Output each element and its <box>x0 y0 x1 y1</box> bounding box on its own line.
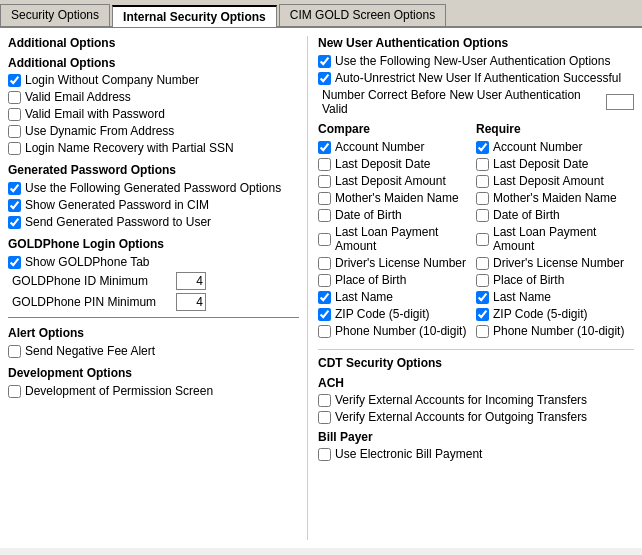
compare-checkbox-label: Phone Number (10-digit) <box>335 324 466 338</box>
checkbox-label: Auto-Unrestrict New User If Authenticati… <box>335 71 621 85</box>
compare-checkbox-label: Account Number <box>335 140 424 154</box>
checkbox-label: Verify External Accounts for Outgoing Tr… <box>335 410 587 424</box>
require-checkbox-row: Account Number <box>476 140 634 154</box>
checkbox-label: Show Generated Password in CIM <box>25 198 209 212</box>
checkbox-input[interactable] <box>318 72 331 85</box>
require-checkbox-label: Date of Birth <box>493 208 560 222</box>
alert-title: Alert Options <box>8 326 299 340</box>
additional-options-title: Additional Options <box>8 36 299 50</box>
checkbox-input[interactable] <box>8 256 21 269</box>
require-checkbox-input[interactable] <box>476 291 489 304</box>
require-col: Require Account NumberLast Deposit DateL… <box>476 122 634 341</box>
checkbox-label: Send Negative Fee Alert <box>25 344 155 358</box>
require-checkbox-label: Last Loan Payment Amount <box>493 225 634 253</box>
require-checkbox-input[interactable] <box>476 175 489 188</box>
checkbox-input[interactable] <box>8 142 21 155</box>
require-checkbox-row: Last Deposit Date <box>476 157 634 171</box>
checkbox-row: Valid Email Address <box>8 90 299 104</box>
require-checkbox-row: Mother's Maiden Name <box>476 191 634 205</box>
alert-options-list: Send Negative Fee Alert <box>8 344 299 358</box>
checkbox-input[interactable] <box>8 125 21 138</box>
goldphone-pin-label: GOLDPhone PIN Minimum <box>12 295 172 309</box>
goldphone-pin-input[interactable] <box>176 293 206 311</box>
require-checkbox-input[interactable] <box>476 308 489 321</box>
checkbox-input[interactable] <box>318 394 331 407</box>
tab-internal-security-options[interactable]: Internal Security Options <box>112 5 277 27</box>
compare-checkbox-input[interactable] <box>318 325 331 338</box>
require-checkbox-label: Last Name <box>493 290 551 304</box>
require-checkbox-label: Mother's Maiden Name <box>493 191 617 205</box>
checkbox-row: Use the Following New-User Authenticatio… <box>318 54 634 68</box>
require-checkbox-label: Place of Birth <box>493 273 564 287</box>
require-checkbox-input[interactable] <box>476 233 489 246</box>
require-checkbox-input[interactable] <box>476 325 489 338</box>
require-checkbox-row: Last Loan Payment Amount <box>476 225 634 253</box>
compare-checkbox-label: Last Deposit Date <box>335 157 430 171</box>
checkbox-input[interactable] <box>8 108 21 121</box>
require-checkbox-input[interactable] <box>476 274 489 287</box>
require-checkbox-input[interactable] <box>476 192 489 205</box>
checkbox-input[interactable] <box>8 385 21 398</box>
compare-header: Compare <box>318 122 476 136</box>
checkbox-label: Login Name Recovery with Partial SSN <box>25 141 234 155</box>
require-checkbox-label: Driver's License Number <box>493 256 624 270</box>
checkbox-input[interactable] <box>318 55 331 68</box>
compare-checkbox-row: Phone Number (10-digit) <box>318 324 476 338</box>
checkbox-input[interactable] <box>8 345 21 358</box>
cdt-title: CDT Security Options <box>318 356 634 370</box>
checkbox-row: Login Name Recovery with Partial SSN <box>8 141 299 155</box>
checkbox-input[interactable] <box>318 448 331 461</box>
require-checkbox-input[interactable] <box>476 257 489 270</box>
compare-checkbox-input[interactable] <box>318 233 331 246</box>
compare-checkbox-input[interactable] <box>318 257 331 270</box>
checkbox-row: Verify External Accounts for Incoming Tr… <box>318 393 634 407</box>
compare-checkbox-input[interactable] <box>318 192 331 205</box>
require-checkbox-row: Place of Birth <box>476 273 634 287</box>
compare-checkbox-input[interactable] <box>318 158 331 171</box>
compare-checkbox-input[interactable] <box>318 291 331 304</box>
number-correct-row: Number Correct Before New User Authentic… <box>318 88 634 116</box>
left-panel: Additional Options Additional Options Lo… <box>8 36 308 540</box>
tab-security-options[interactable]: Security Options <box>0 4 110 26</box>
require-checkbox-label: Account Number <box>493 140 582 154</box>
checkbox-input[interactable] <box>8 216 21 229</box>
compare-checkbox-input[interactable] <box>318 175 331 188</box>
compare-checkbox-input[interactable] <box>318 274 331 287</box>
checkbox-input[interactable] <box>8 182 21 195</box>
goldphone-id-label: GOLDPhone ID Minimum <box>12 274 172 288</box>
compare-checkbox-input[interactable] <box>318 141 331 154</box>
compare-checkbox-label: Date of Birth <box>335 208 402 222</box>
compare-checkbox-label: Last Loan Payment Amount <box>335 225 476 253</box>
compare-checkbox-row: ZIP Code (5-digit) <box>318 307 476 321</box>
ach-options-list: Verify External Accounts for Incoming Tr… <box>318 393 634 424</box>
compare-checkbox-input[interactable] <box>318 209 331 222</box>
goldphone-id-input[interactable] <box>176 272 206 290</box>
checkbox-label: Login Without Company Number <box>25 73 199 87</box>
tab-cim-gold-screen-options[interactable]: CIM GOLD Screen Options <box>279 4 446 26</box>
checkbox-label: Send Generated Password to User <box>25 215 211 229</box>
compare-checkbox-label: Place of Birth <box>335 273 406 287</box>
bill-payer-options-list: Use Electronic Bill Payment <box>318 447 634 461</box>
checkbox-input[interactable] <box>318 411 331 424</box>
bill-payer-label: Bill Payer <box>318 430 634 444</box>
checkbox-input[interactable] <box>8 199 21 212</box>
checkbox-row: Show Generated Password in CIM <box>8 198 299 212</box>
compare-checkbox-label: Mother's Maiden Name <box>335 191 459 205</box>
require-checkbox-input[interactable] <box>476 209 489 222</box>
require-checkbox-row: Phone Number (10-digit) <box>476 324 634 338</box>
compare-checkbox-input[interactable] <box>318 308 331 321</box>
compare-checkbox-row: Date of Birth <box>318 208 476 222</box>
goldphone-title: GOLDPhone Login Options <box>8 237 299 251</box>
checkbox-input[interactable] <box>8 91 21 104</box>
compare-checkbox-row: Mother's Maiden Name <box>318 191 476 205</box>
compare-checkbox-row: Last Name <box>318 290 476 304</box>
checkbox-input[interactable] <box>8 74 21 87</box>
require-checkbox-input[interactable] <box>476 158 489 171</box>
require-checkbox-row: Date of Birth <box>476 208 634 222</box>
require-checkbox-input[interactable] <box>476 141 489 154</box>
number-correct-input[interactable] <box>606 94 634 110</box>
checkbox-row: Login Without Company Number <box>8 73 299 87</box>
checkbox-label: Use the Following Generated Password Opt… <box>25 181 281 195</box>
checkbox-row: Valid Email with Password <box>8 107 299 121</box>
checkbox-row: Use Dynamic From Address <box>8 124 299 138</box>
